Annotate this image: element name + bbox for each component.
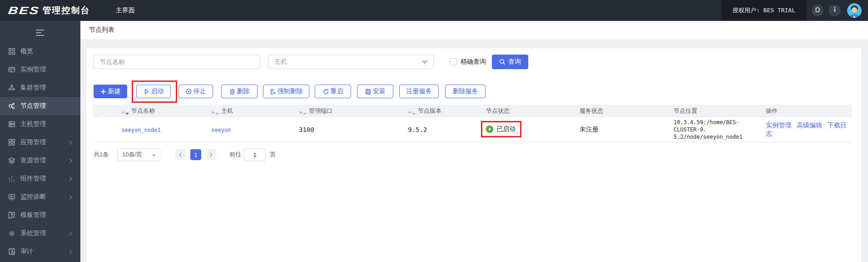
sort-icon[interactable] <box>299 111 307 115</box>
install-button-label: 安装 <box>373 87 386 96</box>
sidebar-item-system[interactable]: 系统管理 <box>0 224 80 242</box>
sidebar-item-application[interactable]: 应用管理 <box>0 133 80 151</box>
pagination: 共1条 10条/页 1 前往 页 <box>94 148 276 161</box>
table-header-row: 节点名称 主机 管理端口 节点版本 节点状态 <box>93 105 852 117</box>
node-table: 节点名称 主机 管理端口 节点版本 节点状态 <box>93 105 852 142</box>
cluster-icon <box>8 84 16 92</box>
node-name-input[interactable] <box>94 55 260 69</box>
instance-manage-link[interactable]: 实例管理 <box>766 121 791 129</box>
node-name-link[interactable]: seeyon_node1 <box>121 127 161 133</box>
query-button-label: 查询 <box>508 58 521 66</box>
page-size-select[interactable]: 10条/页 <box>117 148 160 161</box>
tab-main-interface[interactable]: 主界面 <box>111 0 139 21</box>
column-actions: 操作 <box>759 105 852 117</box>
query-button[interactable]: 查询 <box>492 55 528 69</box>
chevron-left-icon <box>179 152 184 157</box>
install-button[interactable]: 安装 <box>357 85 393 98</box>
exact-query-checkbox[interactable] <box>450 58 457 66</box>
column-service-status: 服务状态 <box>573 105 667 117</box>
chevron-right-icon <box>68 140 72 145</box>
page-number-button[interactable]: 1 <box>190 149 201 160</box>
page-unit-label: 页 <box>270 151 276 159</box>
delete-service-button[interactable]: 删除服务 <box>445 85 486 98</box>
sort-icon[interactable] <box>408 111 416 115</box>
force-delete-button[interactable]: 强制删除 <box>263 85 309 98</box>
chevron-right-icon <box>68 231 72 236</box>
node-list-card: 主机 精确查询 查询 新建 <box>86 48 861 262</box>
start-button-label: 启动 <box>151 87 164 96</box>
plus-icon <box>100 89 106 95</box>
sidebar-item-label: 节点管理 <box>20 102 46 110</box>
sidebar-item-audit[interactable]: 审计 <box>0 242 80 261</box>
sidebar-item-component[interactable]: 组件管理 <box>0 170 80 188</box>
stop-button-label: 停止 <box>193 87 206 96</box>
user-avatar[interactable] <box>847 3 862 18</box>
column-node-version[interactable]: 节点版本 <box>402 105 480 117</box>
sidebar-item-node[interactable]: 节点管理 <box>0 97 80 115</box>
create-button-label: 新建 <box>108 87 121 96</box>
sidebar-item-cluster[interactable]: 集群管理 <box>0 79 80 97</box>
next-page-button[interactable] <box>205 149 216 160</box>
component-icon <box>8 175 16 183</box>
caret-down-icon <box>152 154 156 157</box>
host-select-placeholder: 主机 <box>274 58 287 66</box>
bes-console-app: BES 管理控制台 主界面 授权用户: BES TRIAL <box>0 0 868 262</box>
sidebar-item-monitoring[interactable]: 监控诊断 <box>0 188 80 206</box>
home-button[interactable] <box>812 5 823 16</box>
stop-icon <box>186 89 192 95</box>
sidebar-item-resource[interactable]: 资源管理 <box>0 151 80 170</box>
node-location-line1: 10.3.4.59:/home/BES-CLUSTER-9. <box>674 119 759 133</box>
sidebar-item-template[interactable]: 模板管理 <box>0 206 80 224</box>
play-icon <box>144 89 149 95</box>
sidebar-item-label: 概览 <box>20 47 33 55</box>
sort-icon[interactable] <box>121 111 129 115</box>
sidebar-item-label: 资源管理 <box>20 156 46 165</box>
sidebar-collapse-icon[interactable] <box>36 30 45 36</box>
sidebar-item-overview[interactable]: 概览 <box>0 42 80 60</box>
sidebar-item-label: 监控诊断 <box>20 193 46 201</box>
delete-button[interactable]: 删除 <box>221 85 258 98</box>
logo: BES 管理控制台 <box>0 4 111 18</box>
service-status-value: 未注册 <box>573 117 667 142</box>
topbar-right: 授权用户: BES TRIAL <box>722 0 868 21</box>
licensed-user-label: 授权用户: BES TRIAL <box>722 0 806 21</box>
chevron-right-icon <box>68 176 72 181</box>
stop-button[interactable]: 停止 <box>179 85 213 98</box>
goto-page-input[interactable] <box>244 148 266 161</box>
register-service-label: 注册服务 <box>407 87 432 96</box>
template-icon <box>8 211 16 219</box>
start-button[interactable]: 启动 <box>136 85 171 98</box>
create-button[interactable]: 新建 <box>94 85 127 98</box>
column-host[interactable]: 主机 <box>205 105 293 117</box>
host-icon <box>8 120 16 128</box>
advanced-edit-link[interactable]: 高级编辑 <box>797 121 822 129</box>
column-node-status: 节点状态 <box>480 105 573 117</box>
chevron-right-icon <box>68 158 72 163</box>
admin-port-value: 3100 <box>293 117 402 142</box>
column-node-name[interactable]: 节点名称 <box>115 105 205 117</box>
trash-x-icon <box>270 89 276 95</box>
column-node-location: 节点位置 <box>667 105 759 117</box>
sort-icon[interactable] <box>211 111 219 115</box>
register-service-button[interactable]: 注册服务 <box>399 85 439 98</box>
sidebar-item-host[interactable]: 主机管理 <box>0 115 80 133</box>
table-row: seeyon_node1 seeyon 3100 9.5.2 已启动 未注册 <box>93 117 852 142</box>
host-link[interactable]: seeyon <box>211 127 231 133</box>
content: 主机 精确查询 查询 新建 <box>80 39 868 262</box>
sidebar-item-label: 模板管理 <box>20 211 46 219</box>
prev-page-button[interactable] <box>175 149 186 160</box>
column-admin-port[interactable]: 管理端口 <box>293 105 402 117</box>
node-location-line2: 5.2/node/seeyon_node1 <box>674 133 759 141</box>
restart-button[interactable]: 重启 <box>315 85 351 98</box>
main-area: 节点列表 主机 精确查询 查询 <box>80 21 868 262</box>
delete-button-label: 删除 <box>237 87 250 96</box>
host-select[interactable]: 主机 <box>268 55 434 69</box>
column-label: 管理端口 <box>309 107 332 114</box>
resource-layers-icon <box>8 156 16 165</box>
chevron-right-icon <box>68 249 72 254</box>
gear-icon <box>8 229 16 237</box>
info-button[interactable] <box>829 5 841 16</box>
caret-down-icon <box>422 60 428 65</box>
exact-query-label: 精确查询 <box>461 58 486 66</box>
sidebar-item-instance[interactable]: 实例管理 <box>0 60 80 79</box>
